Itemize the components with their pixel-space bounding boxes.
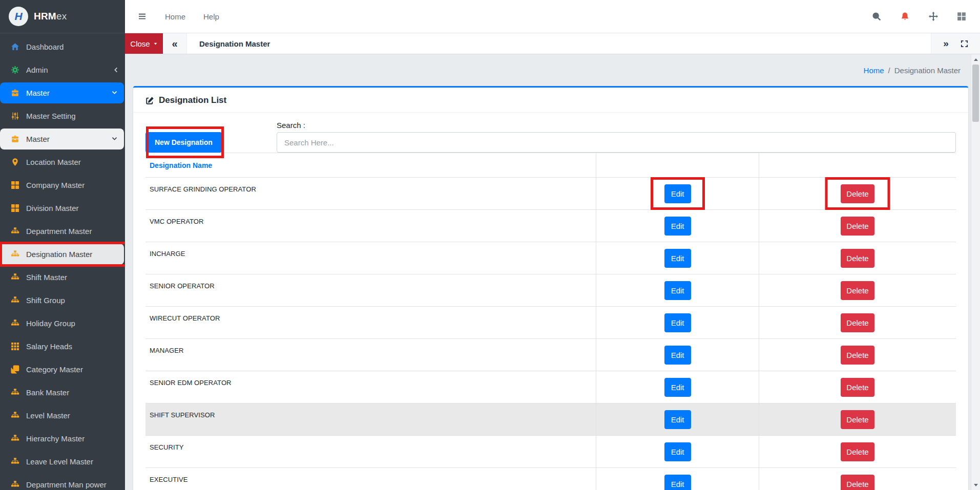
edit-button[interactable]: Edit (664, 217, 691, 236)
brand-name-bold: HRM (34, 11, 56, 22)
delete-button[interactable]: Delete (841, 281, 874, 300)
delete-cell: Delete (759, 403, 956, 436)
pin-icon (11, 158, 19, 166)
sidebar-item-dashboard[interactable]: Dashboard (0, 36, 125, 57)
tab-designation-master[interactable]: Designation Master (187, 33, 282, 54)
card-body: New Designation Search : Designation (133, 113, 968, 490)
briefcase-icon (11, 135, 19, 143)
close-tab-button[interactable]: Close (125, 33, 163, 54)
hamburger-menu-icon[interactable] (137, 12, 147, 20)
sidebar-item-company-master[interactable]: Company Master (0, 175, 125, 196)
sidebar-item-label: Department Man power (26, 480, 107, 489)
topnav-link-help[interactable]: Help (203, 12, 219, 21)
sidebar-item-location-master[interactable]: Location Master (0, 152, 125, 173)
delete-button[interactable]: Delete (841, 313, 874, 332)
sidebar-item-designation-master[interactable]: Designation Master (0, 244, 124, 265)
sliders-icon (11, 112, 19, 120)
topnav-link-home[interactable]: Home (165, 12, 185, 21)
edit-button[interactable]: Edit (664, 475, 691, 490)
table-row: VMC OPERATOREditDelete (145, 210, 956, 242)
search-input[interactable] (277, 132, 956, 153)
tab-scroll-left-button[interactable]: « (163, 33, 187, 54)
tab-bar-controls: » (931, 33, 980, 54)
sidebar: H HRMex DashboardAdminMasterMaster Setti… (0, 0, 125, 490)
sitemap-icon (11, 480, 19, 489)
edit-button[interactable]: Edit (664, 442, 691, 461)
notifications-bell-icon[interactable] (900, 12, 910, 22)
sidebar-item-master[interactable]: Master (0, 82, 124, 103)
delete-button[interactable]: Delete (841, 378, 874, 397)
edit-button[interactable]: Edit (664, 184, 691, 203)
edit-button[interactable]: Edit (664, 378, 691, 397)
sidebar-item-label: Master Setting (26, 112, 76, 120)
brand-name: HRMex (34, 11, 67, 22)
sidebar-item-department-man-power[interactable]: Department Man power (0, 474, 125, 490)
sidebar-item-master-setting[interactable]: Master Setting (0, 105, 125, 126)
vertical-scrollbar[interactable] (971, 54, 980, 490)
new-designation-wrap: New Designation (145, 132, 222, 153)
sidebar-item-master[interactable]: Master (0, 129, 124, 150)
sidebar-item-holiday-group[interactable]: Holiday Group (0, 313, 125, 334)
search-icon[interactable] (872, 12, 881, 21)
grid-3x3-icon (11, 342, 19, 351)
expand-arrows-icon[interactable] (929, 12, 938, 21)
breadcrumb-separator: / (888, 66, 890, 75)
scrollbar-thumb[interactable] (972, 65, 979, 122)
breadcrumb-home-link[interactable]: Home (864, 66, 884, 75)
card-header: Designation List (133, 88, 968, 113)
delete-button[interactable]: Delete (841, 217, 874, 236)
apps-grid-icon[interactable] (957, 12, 966, 21)
delete-button[interactable]: Delete (841, 442, 874, 461)
table-row: SHIFT SUPERVISOREditDelete (145, 403, 956, 436)
top-navbar: Home Help (125, 0, 980, 33)
fullscreen-icon[interactable] (961, 40, 968, 48)
table-row: INCHARGEEditDelete (145, 242, 956, 274)
sidebar-item-bank-master[interactable]: Bank Master (0, 382, 125, 403)
delete-button[interactable]: Delete (841, 249, 874, 268)
chevron-down-icon (111, 136, 118, 142)
edit-button[interactable]: Edit (664, 249, 691, 268)
delete-cell: Delete (759, 371, 956, 403)
sidebar-item-level-master[interactable]: Level Master (0, 405, 125, 426)
sidebar-item-shift-group[interactable]: Shift Group (0, 290, 125, 311)
table-row: WIRECUT OPERATOREditDelete (145, 307, 956, 339)
delete-button[interactable]: Delete (841, 346, 874, 365)
new-designation-button[interactable]: New Designation (145, 132, 222, 153)
toolbar: New Designation Search : (145, 121, 956, 153)
edit-button[interactable]: Edit (664, 410, 691, 429)
sidebar-item-label: Dashboard (26, 42, 64, 51)
edit-button[interactable]: Edit (664, 313, 691, 332)
column-header-designation-name: Designation Name (145, 153, 596, 178)
sidebar-item-shift-master[interactable]: Shift Master (0, 267, 125, 288)
scroll-up-arrow[interactable] (971, 55, 980, 63)
sidebar-item-label: Admin (26, 66, 48, 74)
main-column: Home Help Close « Designation Master » (125, 0, 980, 490)
sidebar-item-hierarchy-master[interactable]: Hierarchy Master (0, 428, 125, 449)
delete-cell: Delete (759, 178, 956, 210)
designation-name-cell: EXECUTIVE (145, 468, 596, 490)
sidebar-item-salary-heads[interactable]: Salary Heads (0, 336, 125, 357)
table-header-row: Designation Name (145, 153, 956, 178)
gear-icon (11, 66, 19, 74)
sidebar-item-division-master[interactable]: Division Master (0, 198, 125, 219)
sidebar-nav: DashboardAdminMasterMaster SettingMaster… (0, 33, 125, 490)
edit-button[interactable]: Edit (664, 346, 691, 365)
edit-button[interactable]: Edit (664, 281, 691, 300)
new-designation-column: New Designation (145, 121, 277, 153)
tab-scroll-right-button[interactable]: » (943, 38, 949, 49)
delete-button[interactable]: Delete (841, 475, 874, 490)
delete-button[interactable]: Delete (841, 184, 874, 203)
sidebar-item-department-master[interactable]: Department Master (0, 221, 125, 242)
table-row: EXECUTIVEEditDelete (145, 468, 956, 490)
table-row: SURFACE GRINDING OPERATOREditDelete (145, 178, 956, 210)
sidebar-item-category-master[interactable]: Category Master (0, 359, 125, 380)
designation-name-cell: INCHARGE (145, 242, 596, 274)
delete-button[interactable]: Delete (841, 410, 874, 429)
edit-cell: Edit (596, 242, 759, 274)
briefcase-icon (11, 89, 19, 97)
scroll-down-arrow[interactable] (971, 481, 980, 489)
delete-cell: Delete (759, 468, 956, 490)
grid-2x2-icon (11, 181, 19, 189)
sidebar-item-admin[interactable]: Admin (0, 59, 125, 80)
sidebar-item-leave-level-master[interactable]: Leave Level Master (0, 451, 125, 472)
